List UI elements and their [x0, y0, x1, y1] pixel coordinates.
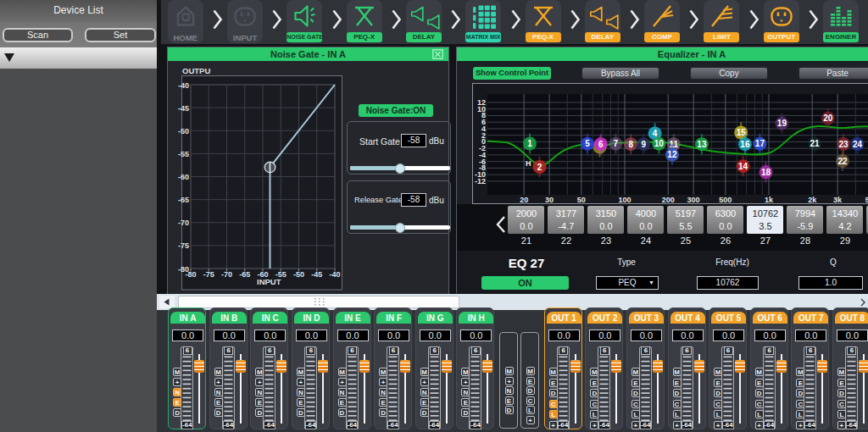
svg-text:20: 20 — [823, 114, 833, 123]
svg-text:1: 1 — [527, 139, 532, 148]
svg-text:100: 100 — [618, 196, 631, 204]
svg-text:INPUT: INPUT — [257, 277, 281, 286]
svg-text:-40: -40 — [178, 81, 189, 90]
svg-text:12: 12 — [667, 150, 677, 159]
svg-text:8: 8 — [628, 140, 633, 149]
svg-text:9: 9 — [642, 140, 647, 149]
svg-text:18: 18 — [761, 168, 771, 177]
svg-text:-75: -75 — [178, 241, 189, 250]
svg-text:-70: -70 — [178, 219, 189, 227]
svg-text:22: 22 — [837, 157, 848, 166]
svg-text:300: 300 — [687, 196, 700, 204]
svg-text:20: 20 — [520, 196, 528, 204]
svg-text:-70: -70 — [221, 270, 232, 279]
svg-text:23: 23 — [838, 140, 849, 149]
svg-text:19: 19 — [777, 119, 787, 128]
svg-text:200: 200 — [662, 196, 675, 204]
svg-text:14: 14 — [738, 162, 748, 171]
svg-text:-80: -80 — [185, 270, 196, 279]
svg-text:2k: 2k — [808, 196, 817, 204]
svg-text:21: 21 — [810, 139, 820, 148]
svg-text:4: 4 — [653, 129, 658, 138]
svg-text:H: H — [526, 159, 531, 168]
svg-text:30: 30 — [545, 196, 554, 204]
svg-text:6: 6 — [598, 140, 604, 149]
svg-text:24: 24 — [853, 140, 863, 149]
svg-text:-55: -55 — [178, 150, 189, 158]
svg-text:1k: 1k — [765, 196, 774, 204]
svg-text:-45: -45 — [178, 104, 189, 113]
svg-text:OUTPU: OUTPU — [182, 66, 210, 75]
svg-text:-50: -50 — [293, 270, 304, 279]
svg-text:500: 500 — [719, 196, 732, 204]
svg-text:17: 17 — [755, 139, 765, 148]
svg-text:5: 5 — [585, 139, 590, 148]
svg-text:11: 11 — [670, 140, 679, 149]
svg-text:-75: -75 — [203, 270, 214, 279]
svg-text:-65: -65 — [178, 196, 189, 204]
svg-text:-12: -12 — [475, 177, 486, 186]
svg-text:10: 10 — [654, 139, 665, 148]
svg-text:-65: -65 — [239, 270, 250, 279]
svg-text:-40: -40 — [329, 270, 340, 279]
svg-text:2: 2 — [537, 163, 542, 172]
svg-text:-60: -60 — [178, 173, 189, 181]
svg-text:3k: 3k — [833, 196, 843, 204]
svg-text:-50: -50 — [178, 127, 189, 136]
svg-text:-45: -45 — [311, 270, 322, 279]
svg-text:13: 13 — [697, 140, 707, 149]
svg-text:50: 50 — [577, 196, 586, 204]
svg-text:16: 16 — [740, 140, 750, 149]
svg-text:7: 7 — [614, 139, 619, 148]
